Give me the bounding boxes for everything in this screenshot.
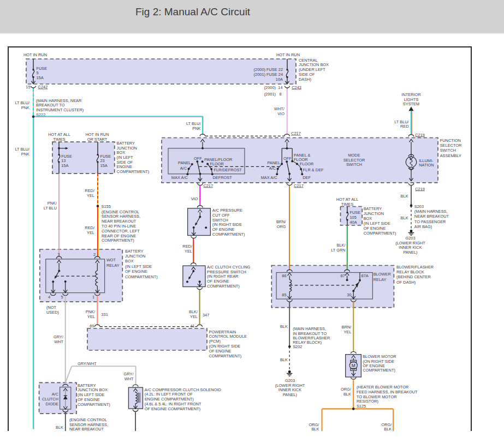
svg-text:SYSTEM: SYSTEM bbox=[403, 101, 419, 106]
svg-text:RESISTOR): RESISTOR) bbox=[357, 399, 378, 404]
svg-text:ORG/: ORG/ bbox=[381, 422, 392, 427]
svg-text:RED/: RED/ bbox=[85, 225, 95, 230]
svg-text:COMPARTMENT): COMPARTMENT) bbox=[102, 238, 134, 243]
svg-text:AIR BAG): AIR BAG) bbox=[414, 224, 432, 229]
svg-text:YEL: YEL bbox=[87, 193, 94, 198]
svg-text:PANEL): PANEL) bbox=[283, 392, 297, 397]
svg-text:WHT: WHT bbox=[124, 376, 134, 381]
svg-text:JUNCTION: JUNCTION bbox=[364, 211, 384, 216]
svg-text:BOX: BOX bbox=[364, 216, 372, 221]
svg-text:TO 40 PIN IN-LINE: TO 40 PIN IN-LINE bbox=[102, 224, 136, 229]
svg-text:13: 13 bbox=[61, 158, 66, 163]
svg-text:SWITCH: SWITCH bbox=[440, 148, 456, 153]
svg-text:NEAR BREAKOUT: NEAR BREAKOUT bbox=[69, 427, 104, 432]
svg-text:331: 331 bbox=[102, 312, 108, 317]
svg-text:C242: C242 bbox=[38, 85, 48, 89]
svg-text:40A: 40A bbox=[350, 220, 357, 225]
svg-text:LT BLU/: LT BLU/ bbox=[186, 121, 201, 126]
svg-text:ORG/: ORG/ bbox=[341, 387, 352, 392]
svg-text:NEAR BREAKOUT: NEAR BREAKOUT bbox=[102, 219, 137, 224]
svg-text:DIODE: DIODE bbox=[46, 402, 58, 406]
svg-text:VIO: VIO bbox=[277, 111, 284, 116]
svg-text:JUNCTION BOX: JUNCTION BOX bbox=[299, 62, 329, 67]
svg-text:TIMES: TIMES bbox=[53, 137, 66, 142]
svg-text:FEED HARNESS, IN BREAKOUT: FEED HARNESS, IN BREAKOUT bbox=[357, 390, 418, 394]
svg-text:BRN/: BRN/ bbox=[276, 219, 287, 224]
svg-text:BRN/: BRN/ bbox=[342, 325, 352, 330]
svg-text:MAX A/C: MAX A/C bbox=[261, 175, 278, 180]
svg-text:GRY/WHT: GRY/WHT bbox=[78, 361, 97, 366]
svg-text:15A: 15A bbox=[61, 163, 68, 168]
svg-text:RED/: RED/ bbox=[182, 244, 193, 249]
svg-text:SWITCH: SWITCH bbox=[212, 218, 228, 223]
svg-text:A/C: A/C bbox=[52, 392, 59, 397]
svg-text:ORG: ORG bbox=[277, 224, 286, 229]
svg-text:PANEL: PANEL bbox=[178, 160, 191, 165]
svg-text:BLK: BLK bbox=[401, 215, 408, 220]
svg-text:FLOOR: FLOOR bbox=[210, 161, 223, 166]
svg-text:(ENGINE CONTROL: (ENGINE CONTROL bbox=[69, 417, 107, 422]
svg-text:PRESSURE SWITCH: PRESSURE SWITCH bbox=[207, 270, 246, 274]
svg-text:PNK: PNK bbox=[21, 105, 29, 110]
svg-text:COMPARTMENT): COMPARTMENT) bbox=[78, 402, 110, 407]
svg-text:S125: S125 bbox=[357, 404, 366, 409]
svg-text:COMPARTMENT): COMPARTMENT) bbox=[209, 354, 242, 358]
svg-text:41: 41 bbox=[190, 324, 194, 328]
svg-text:OF ENGINE: OF ENGINE bbox=[212, 227, 235, 232]
svg-text:CONTROL MODULE: CONTROL MODULE bbox=[209, 334, 247, 339]
svg-text:LT BLU/: LT BLU/ bbox=[394, 119, 409, 124]
svg-text:RELAY BLOCK: RELAY BLOCK bbox=[396, 270, 424, 274]
svg-text:MAX A/C: MAX A/C bbox=[171, 175, 188, 180]
svg-text:C217: C217 bbox=[294, 183, 304, 188]
svg-text:OF ENGINE COMPARTMENT): OF ENGINE COMPARTMENT) bbox=[145, 406, 200, 411]
svg-text:FLR & DEF: FLR & DEF bbox=[303, 167, 324, 172]
svg-text:ENGINE COMPARTMENT): ENGINE COMPARTMENT) bbox=[145, 397, 194, 402]
svg-text:A/C CLUTCH CYCLING: A/C CLUTCH CYCLING bbox=[207, 265, 251, 270]
svg-text:S155: S155 bbox=[102, 204, 111, 209]
svg-text:GRY/: GRY/ bbox=[124, 372, 134, 376]
svg-text:JUNCTION: JUNCTION bbox=[117, 146, 137, 151]
svg-text:15A: 15A bbox=[100, 163, 108, 168]
svg-text:85: 85 bbox=[282, 292, 286, 297]
svg-text:87: 87 bbox=[340, 273, 345, 278]
svg-text:ORG/: ORG/ bbox=[309, 422, 320, 427]
svg-text:BLK: BLK bbox=[311, 427, 319, 432]
svg-text:M: M bbox=[352, 363, 355, 368]
svg-text:1: 1 bbox=[92, 295, 94, 300]
svg-text:BATTERY: BATTERY bbox=[364, 206, 382, 211]
svg-text:5: 5 bbox=[61, 295, 63, 300]
svg-text:ILLUMI-: ILLUMI- bbox=[419, 158, 434, 163]
svg-text:OF ENGINE: OF ENGINE bbox=[209, 349, 232, 354]
svg-text:JUNCTION: JUNCTION bbox=[125, 254, 145, 259]
svg-text:(PCM): (PCM) bbox=[209, 339, 221, 344]
svg-text:BATTERY: BATTERY bbox=[78, 383, 96, 388]
svg-text:C217: C217 bbox=[291, 131, 301, 136]
svg-text:OFF: OFF bbox=[194, 156, 202, 161]
svg-text:TO BLOWER MOTOR: TO BLOWER MOTOR bbox=[357, 394, 397, 399]
svg-text:23: 23 bbox=[100, 158, 105, 163]
svg-text:COMPARTMENT): COMPARTMENT) bbox=[212, 232, 245, 237]
svg-text:(IN LEFT SIDE: (IN LEFT SIDE bbox=[125, 264, 152, 269]
svg-text:PNK/: PNK/ bbox=[86, 309, 96, 314]
svg-text:(NOT: (NOT bbox=[46, 305, 57, 310]
svg-text:SIDE OF: SIDE OF bbox=[117, 160, 133, 165]
svg-text:FLOOR: FLOOR bbox=[300, 161, 313, 166]
svg-text:OFF: OFF bbox=[283, 156, 292, 161]
svg-text:YEL: YEL bbox=[185, 249, 192, 254]
svg-text:S202: S202 bbox=[293, 344, 302, 349]
svg-text:BLK: BLK bbox=[401, 194, 408, 199]
svg-text:69: 69 bbox=[90, 324, 94, 328]
svg-text:(IN LEFT SIDE: (IN LEFT SIDE bbox=[364, 221, 390, 226]
svg-text:(IN RIGHT REAR: (IN RIGHT REAR bbox=[207, 274, 238, 279]
svg-text:(MAIN HARNESS, NEAR: (MAIN HARNESS, NEAR bbox=[36, 98, 81, 103]
svg-text:DEF: DEF bbox=[303, 175, 311, 180]
svg-text:WOT: WOT bbox=[106, 258, 116, 262]
svg-text:87A: 87A bbox=[361, 273, 369, 278]
svg-text:BLK: BLK bbox=[384, 427, 392, 432]
svg-text:FUNCTION: FUNCTION bbox=[440, 138, 461, 143]
svg-text:C219: C219 bbox=[415, 133, 425, 137]
svg-text:2: 2 bbox=[93, 252, 96, 257]
svg-text:HOT IN RUN: HOT IN RUN bbox=[23, 52, 47, 57]
svg-text:A/C: A/C bbox=[269, 166, 276, 171]
svg-text:DEFROST: DEFROST bbox=[212, 175, 232, 180]
